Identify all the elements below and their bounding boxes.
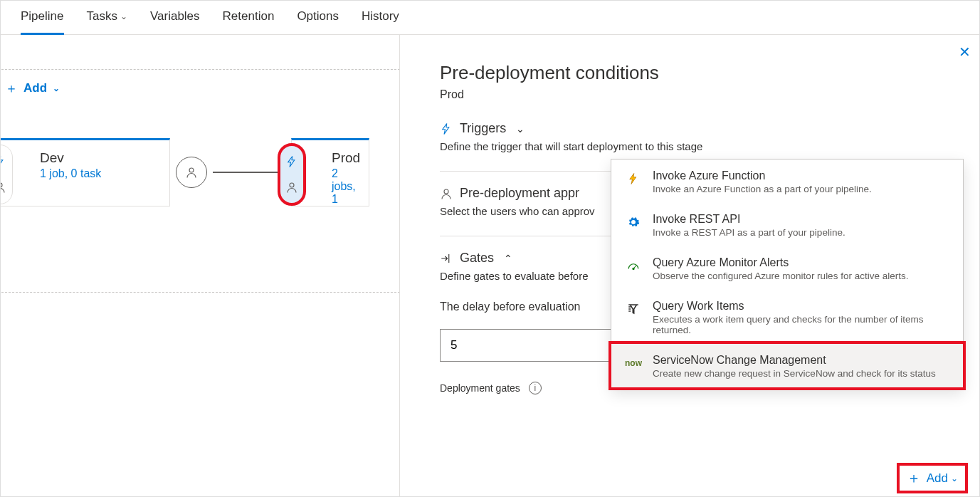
svg-point-4: [633, 268, 634, 269]
dd-item-azure-function[interactable]: Invoke Azure Function Invoke an Azure Fu…: [611, 159, 963, 203]
dd-item-azure-monitor[interactable]: Query Azure Monitor Alerts Observe the c…: [611, 246, 963, 290]
post-approval-node[interactable]: [176, 157, 207, 188]
plus-icon: ＋: [5, 80, 18, 97]
stage-predeploy-prod[interactable]: [279, 145, 305, 204]
dd-sub: Executes a work item query and checks fo…: [653, 314, 950, 335]
section-triggers-desc: Define the trigger that will start deplo…: [440, 140, 939, 152]
dd-sub: Create new change request in ServiceNow …: [653, 368, 950, 379]
servicenow-icon: now: [624, 354, 643, 372]
gate-type-dropdown: Invoke Azure Function Invoke an Azure Fu…: [611, 159, 964, 388]
azure-function-icon: [624, 169, 643, 188]
stage-predeploy-dev[interactable]: [0, 145, 13, 204]
panel-title: Pre-deployment conditions: [440, 62, 939, 84]
stage-dev-jobs-link[interactable]: 1 job, 0 task: [0, 167, 169, 180]
dd-sub: Invoke a REST API as a part of your pipe…: [653, 227, 950, 238]
section-triggers-label: Triggers: [460, 121, 506, 136]
gauge-icon: [624, 256, 643, 275]
funnel-icon: [624, 300, 643, 318]
person-icon: [0, 181, 6, 194]
tab-variables[interactable]: Variables: [150, 1, 200, 35]
section-approvals-label: Pre-deployment appr: [460, 186, 579, 201]
tab-retention[interactable]: Retention: [223, 1, 275, 35]
close-icon[interactable]: ✕: [959, 43, 971, 61]
chevron-down-icon: ⌄: [53, 83, 60, 93]
add-stage-button[interactable]: ＋ Add ⌄: [1, 70, 399, 107]
person-icon: [285, 181, 298, 194]
gates-icon: [440, 252, 453, 265]
chevron-up-icon: ⌃: [504, 253, 512, 264]
tab-tasks-label: Tasks: [87, 9, 117, 23]
dd-item-work-items[interactable]: Query Work Items Executes a work item qu…: [611, 290, 963, 344]
stages-row: Dev 1 job, 0 task Prod 2 jobs, 1: [1, 138, 399, 206]
trigger-icon: [285, 155, 298, 168]
dd-title: Query Work Items: [653, 300, 950, 313]
dd-title: ServiceNow Change Management: [653, 354, 950, 367]
section-triggers[interactable]: Triggers ⌄: [440, 121, 939, 136]
chevron-down-icon: ⌄: [516, 123, 525, 135]
predeploy-panel: ✕ Pre-deployment conditions Prod Trigger…: [399, 35, 979, 497]
svg-point-2: [290, 183, 294, 187]
add-stage-label: Add: [23, 81, 47, 95]
gear-icon: [624, 213, 643, 231]
info-icon[interactable]: i: [529, 382, 542, 394]
top-tabs: Pipeline Tasks ⌄ Variables Retention Opt…: [1, 1, 979, 35]
add-gate-label: Add: [927, 471, 948, 486]
dd-title: Invoke Azure Function: [653, 169, 950, 182]
panel-stage-name: Prod: [440, 88, 939, 101]
person-icon: [185, 166, 198, 179]
stage-card-prod[interactable]: Prod 2 jobs, 1: [291, 138, 369, 206]
dd-sub: Observe the configured Azure monitor rul…: [653, 271, 950, 281]
pipeline-canvas: ＋ Add ⌄ Dev 1 job, 0 task Prod 2 jobs, 1: [1, 35, 399, 497]
svg-point-3: [444, 189, 448, 194]
stage-dev-name: Dev: [0, 140, 169, 167]
tab-history[interactable]: History: [362, 1, 399, 35]
dd-item-servicenow[interactable]: now ServiceNow Change Management Create …: [608, 341, 966, 390]
dd-title: Invoke REST API: [653, 213, 950, 226]
add-gate-button[interactable]: ＋ Add ⌄: [897, 463, 968, 493]
svg-point-1: [189, 168, 194, 172]
person-icon: [440, 187, 453, 200]
section-gates-label: Gates: [460, 251, 494, 266]
deployment-gates-label: Deployment gates: [440, 382, 520, 394]
trigger-icon: [440, 122, 453, 135]
dd-sub: Invoke an Azure Function as a part of yo…: [653, 184, 950, 194]
tab-pipeline[interactable]: Pipeline: [21, 1, 64, 35]
chevron-down-icon: ⌄: [120, 11, 127, 21]
trigger-icon: [0, 155, 6, 168]
plus-icon: ＋: [907, 469, 921, 488]
chevron-down-icon: ⌄: [951, 474, 958, 483]
dd-title: Query Azure Monitor Alerts: [653, 256, 950, 269]
tab-options[interactable]: Options: [297, 1, 339, 35]
dashed-divider: [1, 292, 400, 293]
stage-card-dev[interactable]: Dev 1 job, 0 task: [0, 138, 170, 206]
dd-item-rest-api[interactable]: Invoke REST API Invoke a REST API as a p…: [611, 203, 963, 246]
tab-tasks[interactable]: Tasks ⌄: [87, 1, 127, 35]
svg-point-0: [0, 183, 2, 187]
